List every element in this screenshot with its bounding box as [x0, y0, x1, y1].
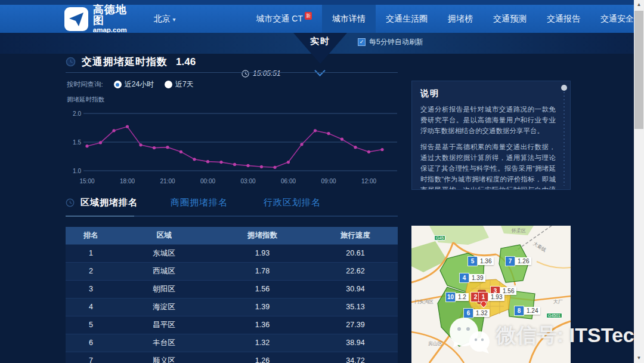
wechat-watermark: 微信号: ITSTech [446, 316, 644, 355]
cell-speed: 27.39 [313, 316, 398, 334]
auto-refresh-label: 每5分钟自动刷新 [369, 37, 423, 47]
radio-icon [165, 81, 172, 88]
marker-rank-box: 4 [460, 273, 469, 282]
nav-item-2[interactable]: 交通生活圈 [376, 5, 438, 33]
marker-rank-box: 10 [446, 293, 455, 302]
table-header-row: 排名 区域 拥堵指数 旅行速度 [66, 227, 398, 244]
active-tab-indicator [66, 216, 134, 217]
cell-index: 1.56 [212, 280, 313, 298]
svg-text:15:00: 15:00 [79, 178, 94, 184]
scroll-up-icon[interactable]: ▲ [634, 0, 644, 10]
map-rank-marker-7[interactable]: 71.26 [506, 257, 531, 266]
nav-item-5[interactable]: 交通报告 [537, 5, 590, 33]
map-rank-marker-4[interactable]: 41.39 [460, 273, 485, 282]
cell-area: 朝阳区 [116, 280, 212, 298]
city-name: 北京 [154, 14, 171, 23]
cell-area: 昌平区 [116, 316, 212, 334]
table-row: 3朝阳区1.5630.94 [66, 280, 398, 298]
chevron-down-icon: ▾ [172, 16, 175, 23]
svg-text:18:00: 18:00 [120, 178, 135, 184]
congestion-ranking-table: 排名 区域 拥堵指数 旅行速度 1东城区1.9320.612西城区1.7822.… [66, 227, 398, 363]
tab-district-ranking[interactable]: 行政区划排名 [264, 197, 321, 208]
amap-logo[interactable]: 高德地图 amap.com [64, 4, 138, 34]
chart-y-axis-label: 拥堵延时指数 [67, 96, 104, 104]
cell-index: 1.78 [212, 262, 313, 280]
radio-last-24h[interactable]: 近24小时 [114, 79, 154, 90]
line-chart-svg: 2.01.51.015:0018:0021:0000:0003:0006:000… [66, 106, 398, 187]
nav-item-4[interactable]: 交通预测 [483, 5, 537, 33]
map-district-label: 怀柔区 [512, 227, 526, 234]
table-row: 2西城区1.7822.62 [66, 262, 398, 280]
divider [66, 72, 398, 73]
svg-text:1.0: 1.0 [73, 168, 81, 174]
chevron-down-icon[interactable] [314, 65, 325, 76]
tab-realtime[interactable]: 实时 [293, 36, 347, 47]
city-selector[interactable]: 北京 ▾ [154, 14, 176, 24]
cell-rank: 5 [66, 316, 116, 334]
cell-index: 1.26 [212, 352, 313, 363]
map-district-label: 房山区 [428, 340, 442, 347]
cell-rank: 6 [66, 334, 116, 352]
cell-speed: 34.72 [313, 352, 398, 363]
ranking-tabs: 区域拥堵排名 商圈拥堵排名 行政区划排名 [66, 197, 321, 208]
cell-area: 丰台区 [116, 334, 212, 352]
scrollbar-thumb[interactable] [634, 11, 643, 129]
watermark-text: 微信号: ITSTech [496, 322, 644, 349]
radio-last-7d[interactable]: 近7天 [165, 79, 194, 90]
explanation-panel: 说明 交通分析报告是针对城市交通路况的一款免费研究平台。是以高德海量用户和行业专… [411, 81, 571, 190]
scroll-down-icon[interactable]: ▼ [634, 353, 644, 363]
time-filter: 按时间查询: 近24小时近7天 [67, 79, 194, 90]
time-text: 15:05:51 [253, 69, 281, 78]
explanation-paragraph: 交通分析报告是针对城市交通路况的一款免费研究平台。是以高德海量用户和行业专业浮动… [420, 104, 556, 136]
road-badge: G45 [434, 235, 445, 241]
col-rank: 排名 [66, 227, 116, 244]
svg-text:03:00: 03:00 [240, 178, 255, 184]
marker-value-label: 1.24 [524, 307, 540, 315]
cell-area: 东城区 [116, 244, 212, 262]
table-row: 1东城区1.9320.61 [66, 244, 398, 262]
explanation-title: 说明 [420, 88, 556, 99]
nav-item-0[interactable]: 城市交通 CT新 [246, 5, 322, 33]
page-title: 交通拥堵延时指数 [82, 55, 168, 69]
delay-index-line-chart: 2.01.51.015:0018:0021:0000:0003:0006:000… [66, 106, 398, 187]
marker-rank-box: 8 [515, 306, 524, 315]
panel-scrollbar-thumb[interactable] [561, 85, 567, 91]
cell-index: 1.93 [212, 244, 313, 262]
explanation-paragraph: 报告是基于高德积累的海量交通出行数据，通过大数据挖掘计算所得，通用算法与理论保证… [420, 142, 556, 190]
svg-text:12:00: 12:00 [361, 178, 376, 184]
map-rank-marker-10[interactable]: 101.2 [446, 293, 469, 302]
svg-text:21:00: 21:00 [160, 178, 175, 184]
svg-text:06:00: 06:00 [281, 178, 296, 184]
cell-rank: 1 [66, 244, 116, 262]
map-rank-marker-8[interactable]: 81.24 [515, 306, 540, 315]
tab-area-ranking[interactable]: 区域拥堵排名 [80, 197, 138, 208]
nav-item-1[interactable]: 城市详情 [322, 5, 376, 33]
new-badge: 新 [305, 12, 312, 20]
svg-text:09:00: 09:00 [321, 178, 336, 184]
panel-scrollbar-track[interactable] [564, 85, 565, 186]
cell-index: 1.32 [212, 334, 313, 352]
delay-index-header: 交通拥堵延时指数 1.46 [66, 55, 196, 69]
table-row: 4海淀区1.3935.13 [66, 298, 398, 316]
browser-scrollbar[interactable]: ▲ ▼ [634, 0, 644, 363]
nav-item-3[interactable]: 拥堵榜 [438, 5, 483, 33]
cell-speed: 20.61 [313, 244, 398, 262]
delay-index-value: 1.46 [176, 56, 196, 68]
col-area: 区域 [116, 227, 212, 244]
map-rank-marker-5[interactable]: 51.36 [468, 257, 494, 266]
svg-text:2.0: 2.0 [73, 110, 81, 117]
map-district-label: 大厂 [553, 299, 563, 305]
nav-menu: 城市交通 CT新城市详情交通生活圈拥堵榜交通预测交通报告交通安全 [246, 5, 644, 33]
table-row: 5昌平区1.3627.39 [66, 316, 398, 334]
cell-rank: 7 [66, 352, 116, 363]
table-row: 6丰台区1.3238.94 [66, 334, 398, 352]
checkbox-checked-icon[interactable]: ✓ [358, 38, 366, 46]
amap-logo-icon [64, 7, 88, 31]
cell-rank: 3 [66, 280, 116, 298]
svg-text:00:00: 00:00 [200, 178, 215, 184]
marker-value-label: 1.26 [515, 257, 531, 265]
auto-refresh-toggle[interactable]: ✓ 每5分钟自动刷新 [358, 37, 423, 47]
svg-text:1.5: 1.5 [73, 139, 81, 146]
cell-area: 顺义区 [116, 352, 212, 363]
tab-business-ranking[interactable]: 商圈拥堵排名 [171, 197, 228, 208]
